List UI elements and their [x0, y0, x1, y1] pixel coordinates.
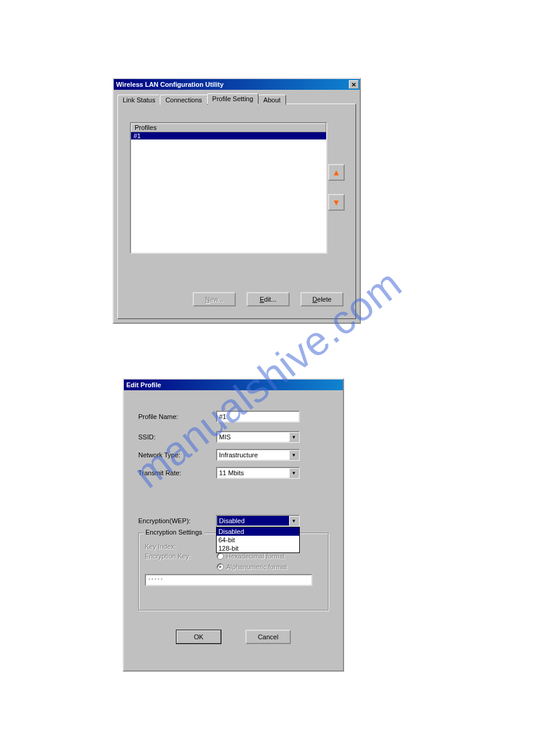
radio-hex[interactable]: Hexadecimal format — [217, 552, 285, 560]
edit-label: Edit... — [260, 296, 276, 303]
combo-ssid[interactable]: MIS ▼ — [216, 431, 300, 443]
edit-button[interactable]: Edit... — [247, 292, 290, 306]
row-profile-name: Profile Name: #1 — [138, 411, 329, 423]
dropdown-item[interactable]: 64-bit — [217, 536, 299, 544]
titlebar-wlan: Wireless LAN Configuration Utility ✕ — [114, 79, 360, 90]
tab-panel-profile: Profiles #1 ▲ ▼ New... Edit... Delete — [117, 104, 356, 319]
label-transmit-rate: Transmit Rate: — [138, 469, 216, 476]
combo-encryption[interactable]: Disabled ▼ Disabled 64-bit 128-bit — [216, 515, 300, 527]
new-button[interactable]: New... — [193, 292, 236, 306]
row-encryption-key: Encryption Key: Hexadecimal format Alpha… — [145, 552, 322, 570]
combo-network-type[interactable]: Infrastructure ▼ — [216, 449, 300, 461]
profiles-header: Profiles — [131, 123, 326, 132]
arrow-up-icon: ▲ — [332, 168, 341, 177]
move-up-button[interactable]: ▲ — [328, 164, 345, 181]
tab-connections[interactable]: Connections — [160, 95, 207, 105]
title-text-edit: Edit Profile — [126, 381, 161, 388]
tab-strip: Link Status Connections Profile Setting … — [117, 93, 356, 104]
label-encryption: Encryption(WEP): — [138, 517, 216, 524]
list-item[interactable]: #1 — [131, 132, 326, 139]
radio-alpha[interactable]: Alphanumeric format — [217, 563, 287, 570]
input-encryption-key[interactable]: ***** — [145, 574, 312, 586]
cancel-button[interactable]: Cancel — [245, 630, 291, 644]
delete-label: Delete — [312, 296, 332, 303]
delete-button[interactable]: Delete — [300, 292, 344, 306]
radio-icon — [217, 563, 224, 570]
label-ssid: SSID: — [138, 433, 216, 441]
window-edit-profile: Edit Profile Profile Name: #1 SSID: MIS … — [123, 378, 344, 672]
close-icon[interactable]: ✕ — [349, 80, 358, 89]
combo-nt-text: Infrastructure — [217, 450, 289, 460]
dropdown-item[interactable]: Disabled — [217, 527, 299, 536]
chevron-down-icon[interactable]: ▼ — [289, 432, 299, 442]
input-profile-name[interactable]: #1 — [216, 411, 300, 423]
radio-icon — [217, 552, 224, 560]
row-network-type: Network Type: Infrastructure ▼ — [138, 449, 329, 461]
label-encryption-key: Encryption Key: — [145, 552, 217, 560]
dialog-buttons: OK Cancel — [138, 630, 329, 644]
label-key-index: Key Index: — [145, 543, 217, 550]
window-wlan-config: Wireless LAN Configuration Utility ✕ Lin… — [113, 78, 361, 324]
row-transmit-rate: Transmit Rate: 11 Mbits ▼ — [138, 467, 329, 479]
tab-about[interactable]: About — [258, 95, 286, 105]
tab-link-status[interactable]: Link Status — [117, 95, 160, 105]
move-down-button[interactable]: ▼ — [328, 194, 345, 211]
row-ssid: SSID: MIS ▼ — [138, 431, 329, 443]
profiles-listbox[interactable]: Profiles #1 — [130, 122, 327, 254]
radio-group: Hexadecimal format Alphanumeric format — [217, 552, 287, 570]
combo-transmit-rate[interactable]: 11 Mbits ▼ — [216, 467, 300, 479]
label-profile-name: Profile Name: — [138, 413, 216, 420]
label-network-type: Network Type: — [138, 451, 216, 459]
combo-ssid-text: MIS — [217, 432, 289, 442]
combo-tr-text: 11 Mbits — [217, 468, 289, 478]
title-text: Wireless LAN Configuration Utility — [116, 81, 224, 88]
edit-form: Profile Name: #1 SSID: MIS ▼ Network Typ… — [124, 390, 343, 650]
titlebar-edit: Edit Profile — [124, 379, 343, 390]
row-encryption: Encryption(WEP): Disabled ▼ Disabled 64-… — [138, 515, 329, 527]
chevron-down-icon[interactable]: ▼ — [289, 450, 299, 460]
combo-enc-text: Disabled — [217, 516, 289, 526]
chevron-down-icon[interactable]: ▼ — [289, 516, 299, 526]
radio-alpha-label: Alphanumeric format — [226, 563, 287, 570]
encryption-dropdown[interactable]: Disabled 64-bit 128-bit — [216, 527, 300, 553]
ok-button[interactable]: OK — [176, 630, 221, 644]
arrow-down-icon: ▼ — [332, 198, 341, 207]
dropdown-item[interactable]: 128-bit — [217, 544, 299, 552]
chevron-down-icon[interactable]: ▼ — [289, 468, 299, 478]
tab-profile-setting[interactable]: Profile Setting — [207, 93, 259, 104]
new-label: New... — [205, 296, 224, 303]
radio-hex-label: Hexadecimal format — [226, 552, 285, 560]
groupbox-title: Encryption Settings — [144, 529, 204, 536]
